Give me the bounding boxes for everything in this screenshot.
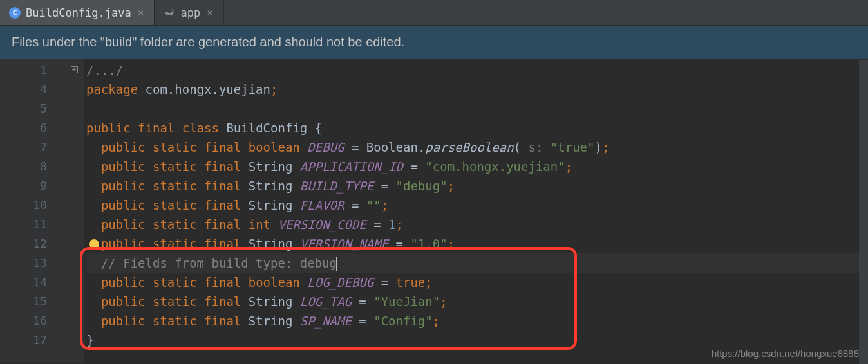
line-number: 1 (0, 60, 47, 80)
keyword: public (101, 275, 146, 289)
string-literal: "Config" (373, 314, 433, 328)
field: DEBUG (307, 140, 344, 154)
keyword: static (153, 237, 197, 251)
line-number: 13 (0, 253, 47, 273)
keyword: final (204, 237, 241, 251)
folded-block: /.../ (86, 63, 123, 77)
line-gutter: 1 4 5 6 7 8 9 10 11 12 13 14 15 16 17 (0, 59, 64, 363)
keyword: static (153, 275, 197, 289)
line-number: 12 (0, 234, 47, 253)
tab-app[interactable]: app × (155, 0, 223, 25)
type: String (249, 159, 293, 174)
string-literal: "1.0" (410, 237, 447, 251)
keyword: public (101, 159, 146, 174)
package-name: com.hongx.yuejian (146, 82, 270, 96)
keyword: class (182, 121, 219, 135)
watermark: https://blog.csdn.net/hongxue8888 (712, 348, 859, 359)
code-editor[interactable]: 1 4 5 6 7 8 9 10 11 12 13 14 15 16 17 + … (0, 59, 868, 363)
tab-buildconfig[interactable]: C BuildConfig.java × (0, 0, 155, 25)
keyword: public (101, 198, 146, 212)
keyword: static (153, 159, 197, 174)
line-number: 15 (0, 292, 47, 311)
line-number: 4 (0, 80, 47, 99)
keyword: final (138, 121, 175, 135)
number-literal: 1 (388, 217, 395, 232)
line-number: 14 (0, 273, 47, 292)
line-number: 16 (0, 311, 47, 331)
keyword: final (204, 159, 241, 174)
type: String (249, 237, 293, 251)
keyword: boolean (249, 140, 300, 154)
line-number: 8 (0, 157, 47, 176)
type: String (249, 179, 293, 193)
editor-tabs: C BuildConfig.java × app × (0, 0, 868, 26)
line-number: 11 (0, 215, 47, 234)
class-ref: Boolean (366, 140, 418, 154)
keyword: public (101, 140, 146, 154)
string-literal: "com.hongx.yuejian" (425, 159, 565, 174)
field: VERSION_CODE (278, 217, 366, 232)
tab-label: app (180, 6, 200, 19)
class-name: BuildConfig (226, 121, 307, 135)
field: APPLICATION_ID (300, 159, 403, 174)
string-literal: "YueJian" (373, 295, 440, 309)
keyword: final (204, 314, 241, 328)
keyword: static (153, 217, 197, 232)
keyword: package (86, 82, 138, 96)
keyword: static (153, 314, 197, 328)
keyword: public (101, 179, 146, 193)
keyword: public (86, 121, 131, 135)
keyword: public (101, 295, 146, 309)
string-literal: "debug" (396, 179, 448, 193)
scrollbar[interactable] (859, 60, 868, 364)
code-area[interactable]: /.../ package com.hongx.yuejian; public … (84, 59, 868, 363)
intention-bulb-icon[interactable] (89, 239, 99, 250)
type: String (249, 198, 293, 212)
type: String (249, 295, 293, 309)
keyword: final (204, 140, 241, 154)
fold-toggle-icon[interactable]: + (71, 66, 78, 73)
keyword: static (153, 140, 197, 154)
keyword: public (101, 314, 146, 328)
boolean-literal: true (396, 275, 426, 289)
keyword: boolean (249, 275, 300, 289)
keyword: final (204, 217, 241, 232)
field: LOG_TAG (300, 295, 352, 309)
keyword: int (249, 217, 270, 232)
line-number: 17 (0, 331, 47, 350)
field: SP_NAME (300, 314, 352, 328)
string-literal: "" (366, 198, 381, 212)
type: String (249, 314, 293, 328)
keyword: static (153, 295, 197, 309)
keyword: final (204, 275, 241, 289)
line-number: 10 (0, 196, 47, 215)
keyword: public (101, 237, 146, 251)
keyword: final (204, 198, 241, 212)
string-literal: "true" (551, 140, 595, 154)
keyword: static (153, 198, 197, 212)
line-number: 5 (0, 99, 47, 118)
line-number: 7 (0, 138, 47, 157)
tab-label: BuildConfig.java (26, 6, 131, 19)
close-icon[interactable]: × (137, 6, 146, 19)
comment: // Fields from build type: debug (101, 256, 337, 270)
field: LOG_DEBUG (307, 275, 373, 289)
text-caret (336, 257, 337, 271)
keyword: static (153, 179, 197, 193)
field: FLAVOR (300, 198, 344, 212)
java-icon: C (9, 7, 21, 19)
line-number: 9 (0, 176, 47, 196)
param-hint: s: (529, 140, 543, 154)
line-number: 6 (0, 118, 47, 138)
gradle-icon (164, 7, 175, 19)
keyword: final (204, 179, 241, 193)
field: VERSION_NAME (300, 237, 388, 251)
field: BUILD_TYPE (300, 179, 373, 193)
generated-file-warning: Files under the "build" folder are gener… (0, 26, 868, 59)
keyword: final (204, 295, 241, 309)
fold-column: + (64, 59, 84, 363)
method-call: parseBoolean (425, 140, 513, 154)
keyword: public (101, 217, 146, 232)
close-icon[interactable]: × (205, 6, 214, 19)
